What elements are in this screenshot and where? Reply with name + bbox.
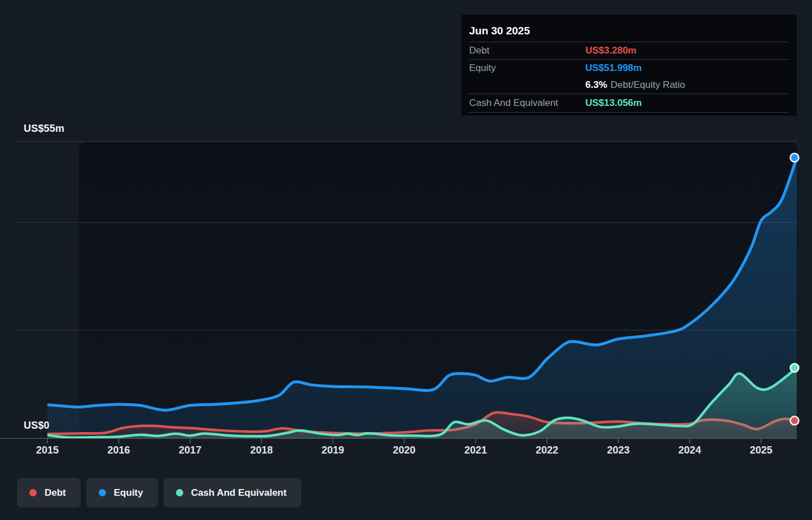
x-axis-label-2024: 2024 [667,445,712,456]
x-axis-label-2020: 2020 [382,445,427,456]
y-axis-zero-label: US$0 [24,420,50,432]
equity-end-marker[interactable] [790,153,798,162]
tooltip-date: Jun 30 2025 [469,20,789,42]
cash-and-equivalent-end-marker[interactable] [790,363,798,372]
debt-dot-icon [29,489,37,496]
tooltip-cash-value: US$13.056m [585,97,642,109]
x-axis-label-2016: 2016 [96,445,142,456]
x-axis-label-2023: 2023 [596,445,641,456]
tooltip-ratio: 6.3%Debt/Equity Ratio [585,79,685,91]
legend-item-cash[interactable]: Cash And Equivalent [164,478,301,508]
tooltip-row-ratio: 6.3%Debt/Equity Ratio [469,77,789,94]
y-axis-max-label: US$55m [24,123,64,135]
chart-tooltip: Jun 30 2025 Debt US$3.280m Equity US$51.… [461,15,797,115]
legend-cash-label: Cash And Equivalent [191,487,286,499]
x-axis-label-2025: 2025 [739,445,784,456]
tooltip-debt-value: US$3.280m [585,45,637,56]
tooltip-debt-label: Debt [469,45,585,56]
tooltip-row-equity: Equity US$51.998m [469,59,789,77]
legend-item-equity[interactable]: Equity [86,478,158,508]
debt-equity-chart-page: US$55m US$0 2015201620172018201920202021… [0,0,812,520]
legend-item-debt[interactable]: Debt [17,478,81,508]
chart-legend: Debt Equity Cash And Equivalent [17,478,301,508]
tooltip-equity-value: US$51.998m [585,63,642,74]
tooltip-ratio-label: Debt/Equity Ratio [611,79,685,90]
x-axis-label-2019: 2019 [310,445,355,456]
tooltip-row-cash: Cash And Equivalent US$13.056m [469,94,789,113]
tooltip-row-debt: Debt US$3.280m [469,42,789,59]
legend-equity-label: Equity [114,487,143,499]
legend-debt-label: Debt [45,487,66,499]
tooltip-cash-label: Cash And Equivalent [469,97,585,109]
x-axis-label-2022: 2022 [524,445,570,456]
x-axis-label-2015: 2015 [25,445,70,456]
x-axis-label-2018: 2018 [239,445,284,456]
tooltip-equity-label: Equity [469,63,585,74]
x-axis: 2015201620172018201920202021202220232024… [0,445,812,459]
x-axis-label-2021: 2021 [453,445,498,456]
debt-end-marker[interactable] [790,416,798,425]
tooltip-ratio-value: 6.3% [585,79,607,90]
cash-dot-icon [176,489,183,496]
x-axis-label-2017: 2017 [167,445,213,456]
equity-dot-icon [99,489,106,496]
